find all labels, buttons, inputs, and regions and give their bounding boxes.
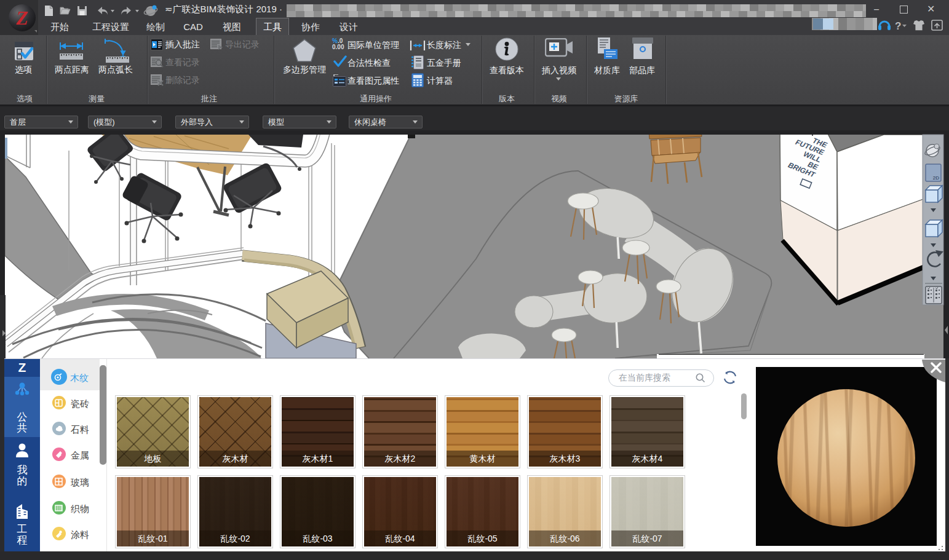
svg-text:Z: Z xyxy=(15,7,28,29)
svg-text:2D: 2D xyxy=(933,175,939,181)
svg-text:?: ? xyxy=(895,20,901,32)
